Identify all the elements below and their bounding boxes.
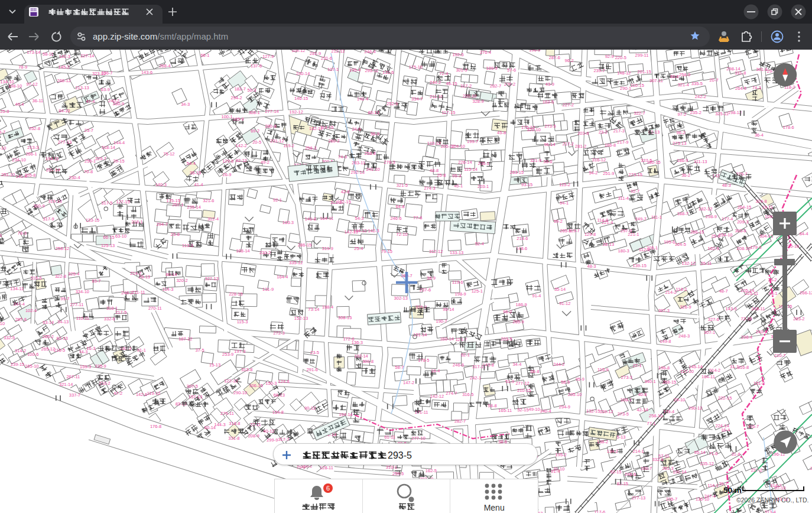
svg-text:74-9: 74-9 bbox=[338, 154, 347, 160]
svg-text:194-11: 194-11 bbox=[46, 156, 59, 161]
svg-text:71-6: 71-6 bbox=[709, 451, 718, 456]
svg-text:257-1: 257-1 bbox=[173, 202, 184, 207]
svg-text:225-11: 225-11 bbox=[745, 291, 758, 296]
svg-text:306-15: 306-15 bbox=[249, 383, 263, 388]
svg-text:308-1: 308-1 bbox=[248, 110, 259, 115]
svg-text:286-15: 286-15 bbox=[298, 242, 311, 248]
svg-text:203-5: 203-5 bbox=[501, 336, 512, 342]
svg-text:290-12: 290-12 bbox=[688, 405, 702, 411]
svg-text:280-8: 280-8 bbox=[265, 124, 276, 129]
svg-text:63-9: 63-9 bbox=[101, 87, 110, 92]
svg-text:189-9: 189-9 bbox=[486, 66, 498, 71]
svg-text:185-9: 185-9 bbox=[233, 116, 244, 122]
svg-text:117-6: 117-6 bbox=[595, 509, 606, 513]
svg-text:252-8: 252-8 bbox=[29, 126, 40, 131]
svg-text:40-12: 40-12 bbox=[263, 428, 274, 434]
svg-text:196-9: 196-9 bbox=[529, 50, 540, 53]
svg-text:27-1: 27-1 bbox=[633, 363, 642, 368]
svg-text:78-9: 78-9 bbox=[18, 64, 27, 70]
svg-text:45-8: 45-8 bbox=[497, 130, 506, 135]
svg-text:258-10: 258-10 bbox=[649, 413, 662, 418]
svg-text:322-7: 322-7 bbox=[634, 111, 645, 116]
svg-text:28-13: 28-13 bbox=[139, 274, 150, 280]
svg-text:210-2: 210-2 bbox=[99, 381, 111, 386]
svg-text:328-9: 328-9 bbox=[473, 99, 484, 104]
svg-text:142-2: 142-2 bbox=[236, 143, 247, 148]
svg-text:317-9: 317-9 bbox=[43, 216, 54, 222]
svg-text:35-15: 35-15 bbox=[190, 170, 201, 176]
svg-text:244-2: 244-2 bbox=[430, 80, 441, 85]
svg-text:64-8: 64-8 bbox=[396, 204, 405, 209]
svg-text:144-4: 144-4 bbox=[113, 140, 125, 145]
svg-text:92-9: 92-9 bbox=[605, 54, 614, 59]
svg-text:99-7: 99-7 bbox=[61, 296, 70, 301]
svg-text:258-8: 258-8 bbox=[365, 151, 376, 156]
svg-text:277-13: 277-13 bbox=[58, 139, 72, 145]
svg-text:340-4: 340-4 bbox=[540, 408, 551, 414]
svg-text:294-9: 294-9 bbox=[559, 404, 570, 410]
svg-text:321-14: 321-14 bbox=[59, 382, 73, 387]
svg-text:294-2: 294-2 bbox=[231, 95, 242, 100]
svg-text:327-6: 327-6 bbox=[708, 317, 719, 322]
svg-text:35-2: 35-2 bbox=[768, 277, 777, 283]
svg-text:154-10: 154-10 bbox=[719, 232, 732, 238]
svg-text:265-12: 265-12 bbox=[41, 346, 55, 352]
svg-text:23-7: 23-7 bbox=[85, 128, 93, 133]
svg-text:317-5: 317-5 bbox=[101, 200, 112, 206]
svg-text:102-15: 102-15 bbox=[337, 199, 351, 204]
svg-text:100-6: 100-6 bbox=[27, 352, 38, 357]
svg-text:320-10: 320-10 bbox=[527, 127, 541, 132]
svg-text:322-8: 322-8 bbox=[55, 274, 66, 279]
svg-text:195-6: 195-6 bbox=[664, 239, 675, 245]
svg-text:97-10: 97-10 bbox=[775, 485, 786, 491]
svg-text:326-9: 326-9 bbox=[680, 304, 691, 310]
svg-text:211-15: 211-15 bbox=[430, 94, 443, 99]
svg-text:42-6: 42-6 bbox=[341, 189, 350, 194]
svg-text:117-10: 117-10 bbox=[0, 145, 6, 151]
svg-text:259-5: 259-5 bbox=[392, 471, 404, 476]
svg-text:312-12: 312-12 bbox=[429, 249, 443, 254]
svg-text:335-9: 335-9 bbox=[95, 363, 106, 369]
svg-text:216-5: 216-5 bbox=[54, 348, 65, 353]
svg-text:276-4: 276-4 bbox=[480, 50, 491, 55]
svg-text:66-6: 66-6 bbox=[0, 233, 2, 238]
svg-text:36-4: 36-4 bbox=[755, 132, 764, 138]
svg-text:24-6: 24-6 bbox=[352, 126, 361, 132]
svg-text:145-2: 145-2 bbox=[59, 64, 70, 70]
svg-text:25-8: 25-8 bbox=[437, 173, 446, 178]
svg-text:235-12: 235-12 bbox=[700, 461, 714, 466]
svg-text:23-5: 23-5 bbox=[310, 350, 319, 355]
svg-text:20-5: 20-5 bbox=[252, 139, 261, 145]
svg-text:34-4: 34-4 bbox=[512, 362, 521, 367]
svg-text:80-13: 80-13 bbox=[368, 110, 379, 115]
svg-text:129-6: 129-6 bbox=[222, 158, 233, 164]
svg-text:162-9: 162-9 bbox=[708, 246, 719, 251]
svg-text:321-4: 321-4 bbox=[678, 82, 689, 87]
svg-text:176-8: 176-8 bbox=[150, 424, 161, 429]
svg-text:300-8: 300-8 bbox=[362, 359, 373, 364]
svg-text:220-10: 220-10 bbox=[463, 93, 476, 99]
svg-text:144-12: 144-12 bbox=[353, 228, 366, 233]
svg-text:110-11: 110-11 bbox=[76, 316, 89, 321]
svg-text:214-1: 214-1 bbox=[633, 449, 644, 454]
svg-text:252-9: 252-9 bbox=[386, 101, 398, 106]
svg-text:307-1: 307-1 bbox=[704, 330, 715, 335]
svg-text:331-8: 331-8 bbox=[228, 436, 239, 441]
svg-text:186-9: 186-9 bbox=[677, 158, 688, 163]
svg-text:217-2: 217-2 bbox=[563, 141, 574, 147]
svg-text:239-15: 239-15 bbox=[11, 362, 24, 367]
svg-text:294-7: 294-7 bbox=[157, 222, 168, 227]
svg-text:307-5: 307-5 bbox=[187, 384, 198, 389]
svg-text:239-7: 239-7 bbox=[593, 68, 605, 73]
svg-text:221-1: 221-1 bbox=[628, 232, 639, 237]
svg-text:82-12: 82-12 bbox=[236, 158, 247, 163]
svg-text:277-12: 277-12 bbox=[515, 381, 529, 386]
svg-text:198-9: 198-9 bbox=[455, 291, 466, 297]
svg-text:246-4: 246-4 bbox=[365, 50, 376, 54]
svg-text:140-3: 140-3 bbox=[155, 182, 167, 187]
svg-text:314-2: 314-2 bbox=[15, 348, 26, 353]
svg-text:235-2: 235-2 bbox=[690, 110, 701, 115]
svg-text:282-7: 282-7 bbox=[454, 418, 466, 424]
svg-text:209-3: 209-3 bbox=[737, 219, 748, 225]
svg-text:281-3: 281-3 bbox=[662, 466, 673, 471]
